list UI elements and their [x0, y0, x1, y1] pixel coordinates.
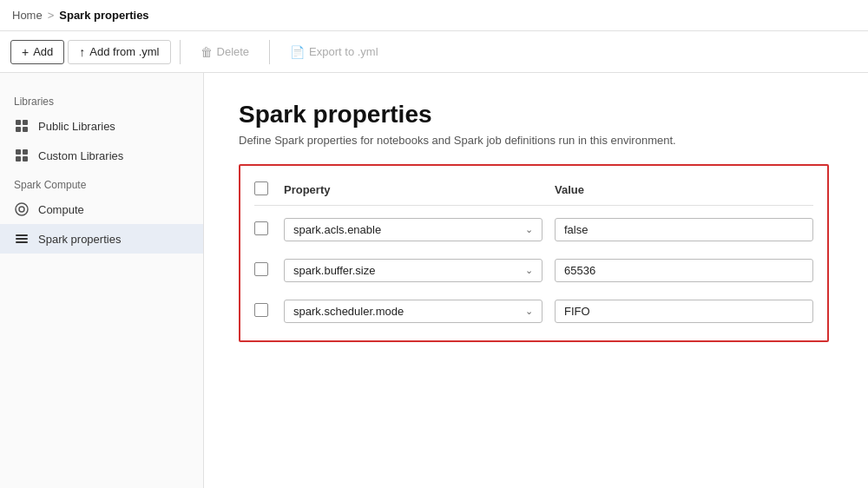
main-layout: Libraries Public Libraries: [0, 73, 868, 488]
sidebar-item-spark-properties[interactable]: Spark properties: [0, 224, 203, 254]
svg-rect-11: [16, 238, 28, 240]
add-from-yml-button[interactable]: ↑ Add from .yml: [68, 40, 170, 64]
row1-value-cell: [555, 218, 813, 241]
properties-table: Property Value spark.acls.enable ⌄: [239, 164, 829, 342]
page-title: Spark properties: [239, 101, 833, 129]
row3-chevron-icon: ⌄: [525, 306, 533, 317]
compute-label: Compute: [38, 203, 84, 216]
row2-checkbox[interactable]: [254, 262, 268, 276]
add-from-yml-icon: ↑: [79, 45, 85, 59]
col-header-property: Property: [284, 183, 542, 196]
sidebar-item-public-libraries[interactable]: Public Libraries: [0, 111, 203, 141]
row1-value-input[interactable]: [555, 218, 813, 241]
breadcrumb: Home > Spark properties: [0, 0, 868, 31]
custom-libraries-icon: [14, 148, 30, 163]
row1-checkbox-cell: [254, 221, 272, 238]
toolbar-separator-1: [180, 40, 181, 64]
row3-property-dropdown[interactable]: spark.scheduler.mode ⌄: [284, 300, 542, 323]
row2-property-value: spark.buffer.size: [293, 264, 375, 277]
row3-checkbox[interactable]: [254, 303, 268, 317]
header-checkbox[interactable]: [254, 181, 268, 195]
row2-property-dropdown[interactable]: spark.buffer.size ⌄: [284, 259, 542, 282]
row1-chevron-icon: ⌄: [525, 224, 533, 235]
row1-property-dropdown[interactable]: spark.acls.enable ⌄: [284, 218, 542, 241]
row2-value-cell: [555, 259, 813, 282]
svg-rect-3: [23, 127, 28, 132]
row1-checkbox[interactable]: [254, 221, 268, 235]
breadcrumb-home[interactable]: Home: [12, 9, 43, 22]
delete-button[interactable]: 🗑 Delete: [189, 40, 261, 64]
delete-icon: 🗑: [201, 45, 213, 59]
breadcrumb-separator: >: [48, 9, 55, 22]
svg-rect-1: [23, 120, 28, 125]
svg-point-9: [19, 207, 24, 212]
col-header-value: Value: [555, 183, 813, 196]
row3-property-cell: spark.scheduler.mode ⌄: [284, 300, 542, 323]
table-row: spark.acls.enable ⌄: [254, 209, 813, 250]
row1-property-value: spark.acls.enable: [293, 223, 381, 236]
content-area: Spark properties Define Spark properties…: [204, 73, 868, 488]
svg-rect-5: [23, 149, 28, 155]
row3-property-value: spark.scheduler.mode: [293, 305, 404, 318]
sidebar-item-custom-libraries[interactable]: Custom Libraries: [0, 141, 203, 170]
export-icon: 📄: [290, 45, 305, 59]
add-button[interactable]: + Add: [10, 40, 64, 64]
sidebar-item-compute[interactable]: Compute: [0, 195, 203, 224]
sidebar: Libraries Public Libraries: [0, 73, 204, 488]
add-from-yml-label: Add from .yml: [89, 45, 159, 58]
row3-value-input[interactable]: [555, 300, 813, 323]
svg-rect-2: [16, 127, 21, 132]
export-label: Export to .yml: [309, 45, 378, 58]
public-libraries-icon: [14, 118, 30, 134]
toolbar-separator-2: [269, 40, 270, 64]
row2-chevron-icon: ⌄: [525, 265, 533, 276]
row2-value-input[interactable]: [555, 259, 813, 282]
svg-rect-4: [16, 149, 21, 155]
table-header-row: Property Value: [254, 175, 813, 206]
compute-icon: [14, 201, 30, 217]
row2-checkbox-cell: [254, 262, 272, 279]
delete-label: Delete: [217, 45, 250, 58]
spark-properties-icon: [14, 231, 30, 247]
custom-libraries-label: Custom Libraries: [38, 149, 123, 162]
toolbar: + Add ↑ Add from .yml 🗑 Delete 📄 Export …: [0, 31, 868, 73]
add-icon: +: [22, 45, 29, 59]
svg-point-8: [16, 203, 28, 215]
row2-property-cell: spark.buffer.size ⌄: [284, 259, 542, 282]
breadcrumb-current: Spark properties: [59, 9, 148, 22]
header-checkbox-area: [254, 181, 272, 198]
export-button[interactable]: 📄 Export to .yml: [279, 40, 389, 64]
row3-checkbox-cell: [254, 303, 272, 320]
svg-rect-0: [16, 120, 21, 125]
row3-value-cell: [555, 300, 813, 323]
svg-rect-7: [23, 156, 28, 162]
page-description: Define Spark properties for notebooks an…: [239, 134, 833, 147]
row1-property-cell: spark.acls.enable ⌄: [284, 218, 542, 241]
svg-rect-10: [16, 234, 28, 236]
libraries-section-label: Libraries: [0, 87, 203, 111]
table-row: spark.buffer.size ⌄: [254, 250, 813, 291]
svg-rect-12: [16, 241, 28, 243]
spark-properties-label: Spark properties: [38, 233, 121, 246]
svg-rect-6: [16, 156, 21, 162]
add-button-label: Add: [33, 45, 53, 58]
spark-compute-section-label: Spark Compute: [0, 170, 203, 195]
table-row: spark.scheduler.mode ⌄: [254, 291, 813, 332]
public-libraries-label: Public Libraries: [38, 120, 115, 133]
